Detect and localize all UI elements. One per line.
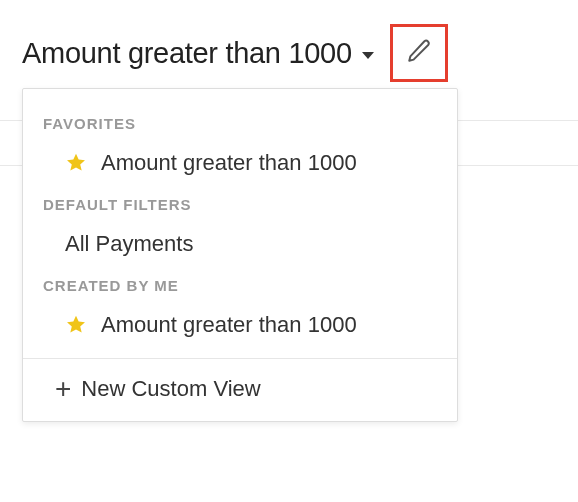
section-created-by-me-header: CREATED BY ME <box>23 271 457 304</box>
default-filters-item[interactable]: All Payments <box>23 223 457 271</box>
current-view-title: Amount greater than 1000 <box>22 37 352 70</box>
section-default-filters-header: DEFAULT FILTERS <box>23 190 457 223</box>
created-by-me-item-label: Amount greater than 1000 <box>101 312 357 338</box>
edit-view-button[interactable] <box>390 24 448 82</box>
star-icon <box>65 314 87 336</box>
plus-icon: + <box>55 375 71 403</box>
pencil-icon <box>406 38 432 68</box>
view-dropdown-panel: FAVORITES Amount greater than 1000 DEFAU… <box>22 88 458 422</box>
new-custom-view-label: New Custom View <box>81 376 260 402</box>
section-favorites-header: FAVORITES <box>23 109 457 142</box>
default-filters-item-label: All Payments <box>65 231 193 257</box>
new-custom-view-button[interactable]: + New Custom View <box>23 359 457 421</box>
favorites-item[interactable]: Amount greater than 1000 <box>23 142 457 190</box>
star-icon <box>65 152 87 174</box>
view-header: Amount greater than 1000 <box>0 0 578 100</box>
view-dropdown-trigger[interactable]: Amount greater than 1000 <box>22 37 374 70</box>
favorites-item-label: Amount greater than 1000 <box>101 150 357 176</box>
created-by-me-item[interactable]: Amount greater than 1000 <box>23 304 457 352</box>
caret-down-icon <box>362 52 374 59</box>
